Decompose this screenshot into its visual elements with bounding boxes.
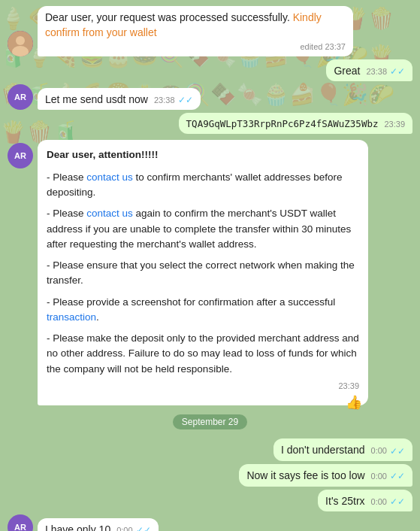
attention-p4: - Please provide a screenshot for confir… [47,295,359,326]
bubble-text-9: I have only 10 [45,523,110,531]
double-check-7: ✓✓ [390,470,405,483]
attention-p5: - Please make the deposit only to the pr… [47,331,359,377]
message-row-2: Great 23:38 ✓✓ [8,59,412,82]
bubble-time-2: 23:38 [366,66,387,77]
wallet-address: TQA9GqWLpT33RrpRnPc6Pz4fSAWuZ35Wbz [186,117,379,131]
bubble-text-7: Now it says fee is too low [246,469,364,484]
date-label: September 29 [173,414,247,429]
attention-p3: - Please ensure that you select the corr… [47,258,359,289]
bubble-received-1: Dear user, your request was processed su… [38,6,353,56]
message-row-1: Dear user, your request was processed su… [8,6,412,56]
bubble-meta-7: 0:00 ✓✓ [371,470,405,483]
bubble-meta-4: 23:39 [384,119,405,130]
date-divider: September 29 [8,414,412,429]
message-row-6: I don't understand 0:00 ✓✓ [8,438,412,461]
bubble-text-8: It's 25trx [325,494,364,509]
bubble-meta-9: 0:00 ✓✓ [116,524,150,531]
chat-container[interactable]: Dear user, your request was processed su… [0,0,420,531]
reaction-thumbs-up: 👍 [346,393,362,413]
bubble-time-3: 23:38 [154,95,175,106]
double-check-6: ✓✓ [390,445,405,458]
avatar-ar-2: AR [8,143,33,168]
bubble-text-2: Great [334,64,360,79]
attention-p1: - Please contact us to confirm merchants… [47,170,359,201]
message-row-8: It's 25trx 0:00 ✓✓ [8,490,412,512]
double-check-2: ✓✓ [390,65,405,78]
bubble-text-3: Let me send usdt now [45,93,148,108]
bubble-sent-8: It's 25trx 0:00 ✓✓ [318,490,412,512]
avatar-ar: AR [8,84,33,110]
bubble-sent-7: Now it says fee is too low 0:00 ✓✓ [239,464,412,487]
bubble-sent-2: Great 23:38 ✓✓ [326,59,412,82]
attention-bubble: Dear user, attention!!!!! - Please conta… [38,140,368,406]
avatar-initials: AR [14,93,26,102]
bubble-sent-4: TQA9GqWLpT33RrpRnPc6Pz4fSAWuZ35Wbz 23:39 [179,113,412,134]
message-row-4: TQA9GqWLpT33RrpRnPc6Pz4fSAWuZ35Wbz 23:39 [8,113,412,134]
bubble-meta-8: 0:00 ✓✓ [371,496,405,508]
message-row-9: AR I have only 10 0:00 ✓✓ [8,514,412,531]
bubble-received-3: Let me send usdt now 23:38 ✓✓ [38,88,201,111]
avatar-ar-3: AR [8,514,33,531]
bubble-meta-3: 23:38 ✓✓ [154,94,193,107]
bubble-time-6: 0:00 [371,445,387,457]
avatar-initials-3: AR [14,523,26,531]
bubble-text-1: Dear user, your request was processed su… [45,11,346,40]
avatar-initials-2: AR [14,151,26,160]
double-check-3: ✓✓ [178,94,193,107]
edited-label: edited 23:37 [300,41,346,53]
bubble-meta-2: 23:38 ✓✓ [366,65,405,78]
double-check-9: ✓✓ [136,524,151,531]
attention-title: Dear user, attention!!!!! [47,147,359,162]
bubble-text-6: I don't understand [281,443,365,458]
bubble-received-9: I have only 10 0:00 ✓✓ [38,518,159,531]
bubble-meta-6: 0:00 ✓✓ [371,445,405,458]
bubble-time-4: 23:39 [384,119,405,130]
message-row-7: Now it says fee is too low 0:00 ✓✓ [8,464,412,487]
svg-point-1 [16,36,25,45]
bubble-sent-6: I don't understand 0:00 ✓✓ [273,438,412,461]
double-check-8: ✓✓ [390,496,405,508]
bubble-time-9: 0:00 [116,525,132,531]
bubble-time-8: 0:00 [371,496,387,508]
attention-p2: - Please contact us again to confirm the… [47,206,359,252]
message-row-5: AR Dear user, attention!!!!! - Please co… [8,140,412,406]
avatar-1 [8,31,33,56]
highlight-text: Kindly confirm from your wallet [45,11,322,38]
bubble-meta-1: edited 23:37 [45,41,346,53]
bubble-time-7: 0:00 [371,471,387,482]
message-row-3: AR Let me send usdt now 23:38 ✓✓ [8,84,412,110]
bubble-time-5: 23:39 [338,380,359,393]
